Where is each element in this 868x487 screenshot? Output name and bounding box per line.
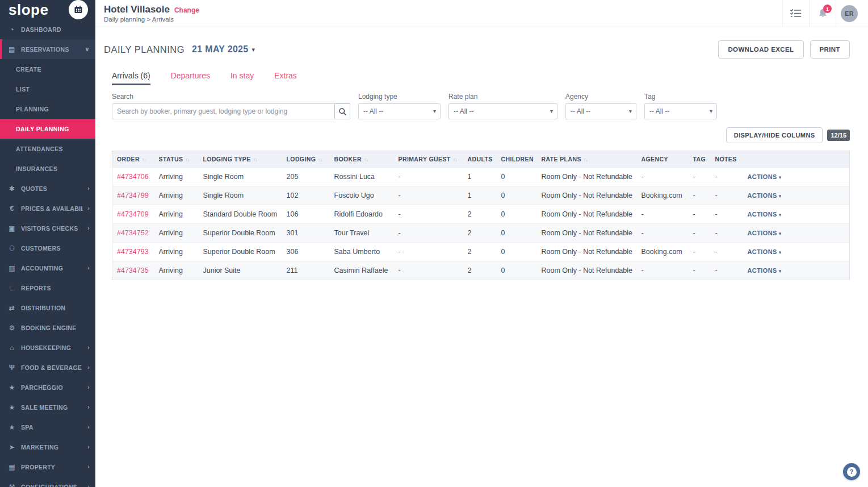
sidebar-item-attendances[interactable]: ATTENDANCES bbox=[0, 139, 95, 159]
lodging-cell: 102 bbox=[282, 186, 330, 205]
sort-icon: ↑↓ bbox=[253, 157, 257, 163]
column-header-status[interactable]: STATUS↑↓ bbox=[154, 151, 199, 168]
sidebar-item-spa[interactable]: ★ SPA › bbox=[0, 417, 95, 437]
sidebar-item-marketing[interactable]: ➤ MARKETING › bbox=[0, 437, 95, 457]
rate-plan-select[interactable]: -- All -- bbox=[448, 103, 557, 119]
display-hide-columns-button[interactable]: DISPLAY/HIDE COLUMNS bbox=[726, 127, 823, 143]
avatar[interactable]: ER bbox=[841, 5, 858, 22]
actions-dropdown[interactable]: ACTIONS▾ bbox=[748, 173, 782, 180]
accounting-icon: ▥ bbox=[7, 264, 16, 272]
change-hotel-link[interactable]: Change bbox=[174, 6, 199, 14]
tag-select[interactable]: -- All -- bbox=[644, 103, 717, 119]
sidebar-item-visitors-checks[interactable]: ▣ VISITORS CHECKS › bbox=[0, 218, 95, 238]
tasks-button[interactable] bbox=[782, 0, 809, 27]
column-header-lodging[interactable]: LODGING↑↓ bbox=[282, 151, 330, 168]
distribution-icon: ⇄ bbox=[7, 304, 16, 312]
tab-in-stay[interactable]: In stay bbox=[230, 71, 254, 85]
selected-date: 21 MAY 2025 bbox=[192, 44, 248, 55]
column-header-primary-guest[interactable]: PRIMARY GUEST↑↓ bbox=[394, 151, 463, 168]
sidebar-item-insurances[interactable]: INSURANCES bbox=[0, 159, 95, 178]
sort-icon: ↑↓ bbox=[318, 157, 322, 163]
help-button[interactable]: ? bbox=[843, 463, 860, 480]
sidebar-item-create[interactable]: CREATE bbox=[0, 59, 95, 79]
lodging-type-select[interactable]: -- All -- bbox=[358, 103, 441, 119]
column-header-rate-plans[interactable]: RATE PLANS↑↓ bbox=[537, 151, 637, 168]
sidebar-item-food-beverage[interactable]: Ψ FOOD & BEVERAGE › bbox=[0, 357, 95, 377]
sidebar-item-accounting[interactable]: ▥ ACCOUNTING › bbox=[0, 258, 95, 278]
order-link[interactable]: #4734799 bbox=[117, 192, 149, 199]
notes-cell: - bbox=[711, 205, 743, 224]
children-cell: 0 bbox=[497, 186, 537, 205]
adults-cell: 2 bbox=[463, 205, 497, 224]
order-link[interactable]: #4734706 bbox=[117, 173, 149, 181]
column-header-booker[interactable]: BOOKER↑↓ bbox=[330, 151, 394, 168]
slope-logo[interactable]: slope bbox=[9, 2, 48, 17]
sidebar-item-quotes[interactable]: ✱ QUOTES › bbox=[0, 178, 95, 198]
sidebar-item-list[interactable]: LIST bbox=[0, 79, 95, 99]
tag-cell: - bbox=[689, 186, 711, 205]
booking-engine-icon: ⚙ bbox=[7, 324, 16, 332]
order-link[interactable]: #4734709 bbox=[117, 210, 149, 218]
caret-down-icon: ▾ bbox=[779, 249, 782, 255]
rate-plans-cell: Room Only - Not Refundable bbox=[537, 224, 637, 243]
download-excel-button[interactable]: DOWNLOAD EXCEL bbox=[718, 40, 803, 59]
order-link[interactable]: #4734793 bbox=[117, 248, 149, 256]
sidebar-item-property[interactable]: ▦ PROPERTY › bbox=[0, 457, 95, 477]
table-row: #4734706 Arriving Single Room 205 Rossin… bbox=[112, 168, 850, 186]
sidebar-item-configurations[interactable]: ⚒ CONFIGURATIONS › bbox=[0, 477, 95, 487]
sidebar: slope ◔ DASHBOARD ▤ RESERVATIONS ∨ bbox=[0, 0, 95, 487]
lodging-cell: 306 bbox=[282, 243, 330, 261]
column-header-adults: ADULTS bbox=[463, 151, 497, 168]
tab-arrivals[interactable]: Arrivals (6) bbox=[112, 71, 150, 85]
table-row: #4734752 Arriving Superior Double Room 3… bbox=[112, 224, 850, 243]
sidebar-item-prices-availability[interactable]: € PRICES & AVAILABILITY › bbox=[0, 198, 95, 218]
sidebar-item-booking-engine[interactable]: ⚙ BOOKING ENGINE bbox=[0, 318, 95, 338]
sidebar-item-distribution[interactable]: ⇄ DISTRIBUTION bbox=[0, 298, 95, 318]
status-cell: Arriving bbox=[154, 261, 199, 280]
tab-departures[interactable]: Departures bbox=[171, 71, 210, 85]
actions-dropdown[interactable]: ACTIONS▾ bbox=[748, 211, 782, 218]
column-header-actions bbox=[743, 151, 850, 168]
lodging-type-label: Lodging type bbox=[358, 93, 441, 101]
chevron-right-icon: › bbox=[87, 444, 90, 450]
actions-dropdown[interactable]: ACTIONS▾ bbox=[748, 192, 782, 199]
actions-dropdown[interactable]: ACTIONS▾ bbox=[748, 248, 782, 255]
sidebar-item-reports[interactable]: ∟ REPORTS bbox=[0, 278, 95, 298]
search-button[interactable] bbox=[334, 103, 350, 119]
search-input[interactable] bbox=[112, 103, 335, 119]
reservations-submenu: CREATE LIST PLANNING DAILY PLANNING ATTE… bbox=[0, 59, 95, 178]
chevron-right-icon: › bbox=[87, 225, 90, 231]
adults-cell: 2 bbox=[463, 224, 497, 243]
sidebar-item-sale-meeting[interactable]: ★ SALE MEETING › bbox=[0, 397, 95, 417]
actions-dropdown[interactable]: ACTIONS▾ bbox=[748, 267, 782, 274]
sort-icon: ↑↓ bbox=[364, 157, 368, 163]
sidebar-item-dashboard[interactable]: ◔ DASHBOARD bbox=[0, 19, 95, 39]
sidebar-item-housekeeping[interactable]: ⌂ HOUSEKEEPING › bbox=[0, 338, 95, 357]
date-picker[interactable]: 21 MAY 2025 ▾ bbox=[192, 44, 255, 55]
agency-select[interactable]: -- All -- bbox=[565, 103, 636, 119]
rate-plan-label: Rate plan bbox=[448, 93, 557, 101]
tab-extras[interactable]: Extras bbox=[274, 71, 297, 85]
actions-dropdown[interactable]: ACTIONS▾ bbox=[748, 230, 782, 236]
sidebar-item-reservations[interactable]: ▤ RESERVATIONS ∨ bbox=[0, 39, 95, 59]
adults-cell: 1 bbox=[463, 186, 497, 205]
notes-cell: - bbox=[711, 168, 743, 186]
order-link[interactable]: #4734752 bbox=[117, 229, 149, 237]
sidebar-item-parcheggio[interactable]: ★ PARCHEGGIO › bbox=[0, 377, 95, 397]
chevron-right-icon: › bbox=[87, 205, 90, 211]
print-button[interactable]: PRINT bbox=[810, 40, 850, 59]
chevron-right-icon: › bbox=[87, 185, 90, 192]
sidebar-item-planning[interactable]: PLANNING bbox=[0, 99, 95, 119]
notifications-button[interactable]: 1 bbox=[809, 0, 836, 27]
sidebar-item-daily-planning[interactable]: DAILY PLANNING bbox=[0, 119, 95, 139]
chevron-right-icon: › bbox=[87, 364, 90, 371]
calendar-button[interactable] bbox=[69, 0, 88, 19]
column-header-order[interactable]: ORDER↑↓ bbox=[112, 151, 154, 168]
configurations-icon: ⚒ bbox=[7, 483, 16, 487]
booker-cell: Ridolfi Edoardo bbox=[330, 205, 394, 224]
dashboard-icon: ◔ bbox=[7, 26, 16, 34]
order-link[interactable]: #4734735 bbox=[117, 267, 149, 274]
primary-guest-cell: - bbox=[394, 186, 463, 205]
sidebar-item-customers[interactable]: ⚇ CUSTOMERS bbox=[0, 238, 95, 258]
column-header-lodging-type[interactable]: LODGING TYPE↑↓ bbox=[199, 151, 282, 168]
